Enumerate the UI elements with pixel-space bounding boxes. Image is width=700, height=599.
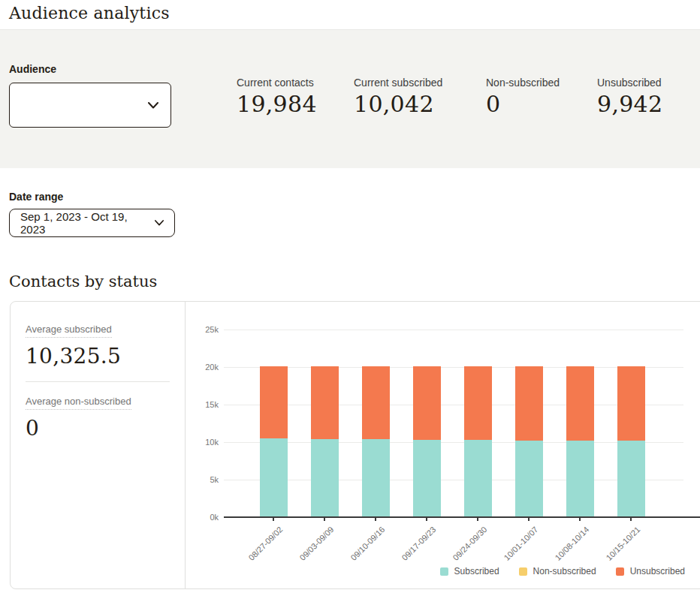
bar-09/17-09/23[interactable] (413, 366, 441, 518)
bar-segment-subscribed[interactable] (413, 440, 441, 518)
stats-row: Current contacts19,984Current subscribed… (237, 30, 670, 168)
summary-value: 10,325.5 (26, 344, 170, 369)
page-title: Audience analytics (9, 4, 691, 23)
bar-segment-unsubscribed[interactable] (464, 366, 492, 441)
bar-10/01-10/07[interactable] (515, 366, 543, 518)
chart-legend: SubscribedNon-subscribedUnsubscribed (440, 566, 685, 576)
date-range-label: Date range (9, 191, 691, 203)
summary-divider (26, 381, 170, 382)
bar-09/10-09/16[interactable] (362, 366, 390, 518)
stat-unsubscribed: Unsubscribed9,942 (597, 77, 670, 168)
legend-label: Subscribed (454, 566, 499, 576)
summary-label: Average non-subscribed (26, 396, 131, 410)
chart-summary-panel: Average subscribed10,325.5Average non-su… (11, 302, 186, 588)
audience-label: Audience (9, 63, 237, 75)
gridline (224, 330, 683, 330)
stat-value: 9,942 (597, 91, 662, 117)
x-tick-label: 09/10-09/16 (332, 525, 386, 579)
audience-select[interactable] (9, 83, 171, 128)
contacts-by-status-heading: Contacts by status (9, 272, 691, 290)
x-axis-line (224, 516, 700, 518)
bar-09/24-09/30[interactable] (464, 366, 492, 518)
gridline (224, 367, 683, 368)
bar-segment-unsubscribed[interactable] (617, 366, 645, 441)
bar-segment-unsubscribed[interactable] (260, 366, 288, 439)
stat-label: Unsubscribed (597, 77, 662, 89)
gridline (224, 480, 683, 480)
bar-10/15-10/21[interactable] (617, 366, 645, 518)
legend-item-subscribed[interactable]: Subscribed (440, 566, 499, 576)
bar-segment-subscribed[interactable] (464, 440, 492, 517)
bar-08/27-09/02[interactable] (260, 366, 288, 518)
stat-value: 19,984 (237, 91, 346, 117)
summary-label: Average subscribed (26, 324, 112, 338)
legend-swatch (616, 567, 624, 576)
contacts-by-status-card: Average subscribed10,325.5Average non-su… (10, 301, 700, 589)
y-tick-label: 10k (186, 438, 219, 447)
bar-10/08-10/14[interactable] (566, 366, 594, 518)
chevron-down-icon (148, 102, 158, 109)
legend-label: Non-subscribed (533, 566, 596, 576)
date-range-value: Sep 1, 2023 - Oct 19, 2023 (20, 210, 155, 236)
stacked-bar-chart: 0k5k10k15k20k25k 08/27-09/0209/03-09/090… (186, 302, 700, 588)
y-tick-label: 15k (186, 400, 219, 409)
stat-value: 10,042 (354, 91, 478, 117)
date-range-block: Date range Sep 1, 2023 - Oct 19, 2023 (9, 191, 691, 237)
y-tick-label: 0k (186, 513, 219, 522)
bar-segment-unsubscribed[interactable] (515, 366, 543, 441)
x-tick-label: 09/17-09/23 (383, 525, 437, 579)
bar-segment-subscribed[interactable] (311, 439, 339, 518)
legend-label: Unsubscribed (630, 566, 685, 576)
chevron-down-icon (155, 220, 164, 226)
audience-panel: Audience Current contacts19,984Current s… (0, 30, 700, 168)
summary-value: 0 (26, 416, 170, 441)
stat-value: 0 (486, 91, 590, 117)
bar-segment-subscribed[interactable] (260, 438, 288, 517)
date-range-select[interactable]: Sep 1, 2023 - Oct 19, 2023 (9, 209, 175, 237)
y-tick-label: 25k (186, 325, 219, 334)
gridline (224, 442, 683, 443)
bar-segment-unsubscribed[interactable] (413, 366, 441, 440)
chart-plot (224, 330, 683, 517)
bar-segment-unsubscribed[interactable] (566, 366, 594, 441)
legend-swatch (519, 567, 527, 576)
x-tick-label: 08/27-09/02 (230, 525, 284, 579)
y-tick-label: 5k (186, 475, 219, 484)
bar-segment-subscribed[interactable] (566, 441, 594, 517)
y-tick-label: 20k (186, 363, 219, 372)
stat-non-subscribed: Non-subscribed0 (486, 77, 597, 168)
bar-segment-subscribed[interactable] (362, 439, 390, 517)
bar-segment-subscribed[interactable] (617, 441, 645, 517)
gridline (224, 405, 683, 405)
stat-current-contacts: Current contacts19,984 (237, 77, 354, 168)
bar-segment-subscribed[interactable] (515, 441, 543, 518)
bar-09/03-09/09[interactable] (311, 366, 339, 518)
bar-segment-unsubscribed[interactable] (362, 366, 390, 440)
page-header: Audience analytics (0, 0, 700, 30)
bar-segment-unsubscribed[interactable] (311, 366, 339, 439)
legend-item-non-subscribed[interactable]: Non-subscribed (519, 566, 596, 576)
x-tick-label: 09/03-09/09 (281, 525, 335, 579)
stat-current-subscribed: Current subscribed10,042 (354, 77, 486, 168)
stat-label: Current subscribed (354, 77, 478, 89)
stat-label: Current contacts (237, 77, 346, 89)
legend-item-unsubscribed[interactable]: Unsubscribed (616, 566, 685, 576)
legend-swatch (440, 567, 448, 576)
stat-label: Non-subscribed (486, 77, 590, 89)
